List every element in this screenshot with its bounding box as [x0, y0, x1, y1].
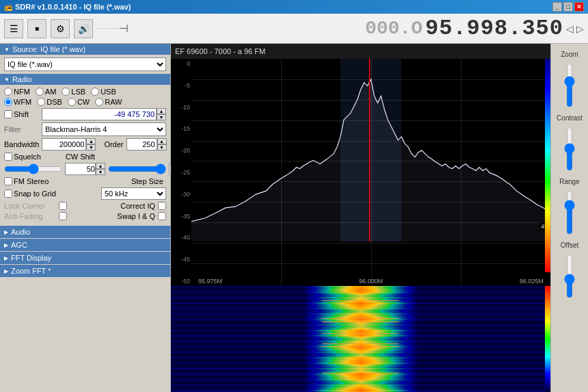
- shift-spin-up[interactable]: ▲: [157, 108, 166, 114]
- lock-carrier-label: Lock Carrier: [4, 202, 59, 210]
- freq-right-arrow[interactable]: ▷: [576, 23, 584, 34]
- mode-lsb[interactable]: LSB: [62, 88, 85, 96]
- freq-dim: 000.O: [365, 18, 423, 39]
- offset-slider[interactable]: [564, 254, 575, 298]
- mode-nfm[interactable]: NFM: [4, 88, 30, 96]
- shift-spin-down[interactable]: ▼: [157, 114, 166, 120]
- usb-radio[interactable]: [91, 88, 99, 96]
- zoom-slider[interactable]: [564, 63, 575, 107]
- fft-arrow-icon: ▶: [4, 255, 8, 261]
- x-axis-labels: 95.975M 96.000M 96.025M: [191, 278, 550, 285]
- anti-fading-label: Anti-Fading: [4, 212, 59, 220]
- source-label: Source: IQ file (*.wav): [12, 45, 85, 53]
- minimize-button[interactable]: _: [552, 2, 562, 12]
- offset-slider-wrap[interactable]: [564, 252, 575, 300]
- range-slider[interactable]: [564, 190, 575, 235]
- am-radio[interactable]: [36, 88, 44, 96]
- mode-dsb[interactable]: DSB: [37, 98, 62, 106]
- order-spin-up[interactable]: ▲: [157, 138, 167, 144]
- freq-main[interactable]: 95.998.350: [425, 16, 563, 41]
- color-scale-bar: [545, 59, 550, 272]
- squelch-spin-up[interactable]: ▲: [96, 163, 105, 169]
- step-size-label: Step Size: [131, 177, 163, 185]
- mode-wfm[interactable]: WFM: [4, 98, 31, 106]
- tick-marks: · · · · · · · · ·: [97, 25, 118, 32]
- settings-icon[interactable]: ⚙: [51, 19, 70, 38]
- snap-checkbox[interactable]: [4, 190, 12, 198]
- spectrum-area: EF 69600 - 7000 - a 96 FM 0 -5 -10 -15 -…: [171, 44, 550, 392]
- source-arrow-icon: ▼: [4, 47, 10, 53]
- range-slider-wrap[interactable]: [564, 188, 575, 236]
- freq-left-arrow[interactable]: ◁: [566, 23, 574, 34]
- snap-row: Snap to Grid 50 kHz 100 kHz 200 kHz: [4, 187, 166, 200]
- bandwidth-input[interactable]: [42, 138, 86, 151]
- swap-iq-checkbox[interactable]: [158, 212, 166, 220]
- fm-stereo-label[interactable]: FM Stereo: [4, 177, 49, 185]
- menu-icon[interactable]: ☰: [4, 19, 23, 38]
- squelch-spin-down[interactable]: ▼: [96, 169, 105, 175]
- order-spin-down[interactable]: ▼: [157, 144, 167, 151]
- lock-carrier-checkbox[interactable]: [59, 202, 67, 210]
- waterfall-display[interactable]: [171, 286, 550, 392]
- spectrum-canvas[interactable]: 0 -5 -10 -15 -20 -25 -30 -35 -40 -45 -50: [171, 59, 550, 286]
- fft-section[interactable]: ▶ FFT Display: [0, 252, 170, 264]
- maximize-button[interactable]: □: [563, 2, 573, 12]
- y-axis-labels: 0 -5 -10 -15 -20 -25 -30 -35 -40 -45 -50: [171, 59, 191, 286]
- snap-label[interactable]: Snap to Grid: [4, 190, 56, 198]
- source-header[interactable]: ▼ Source: IQ file (*.wav): [0, 44, 170, 55]
- wfm-radio[interactable]: [4, 98, 12, 106]
- anti-fading-checkbox[interactable]: [59, 212, 67, 220]
- y-label-25: -25: [172, 169, 190, 176]
- squelch-slider[interactable]: [4, 164, 62, 174]
- shift-checkbox[interactable]: [4, 110, 12, 118]
- fm-stereo-checkbox[interactable]: [4, 177, 12, 185]
- y-label-15: -15: [172, 125, 190, 132]
- slider-row: ▲ ▼ ▲ ▼: [4, 163, 166, 175]
- cw-radio[interactable]: [68, 98, 76, 106]
- mode-usb[interactable]: USB: [91, 88, 116, 96]
- snap-select[interactable]: 50 kHz 100 kHz 200 kHz: [101, 187, 166, 200]
- stop-icon[interactable]: ■: [27, 19, 46, 38]
- fm-stereo-text: FM Stereo: [14, 177, 49, 185]
- zoom-fft-section[interactable]: ▶ Zoom FFT *: [0, 265, 170, 277]
- raw-radio[interactable]: [95, 98, 103, 106]
- y-label-0: 0: [172, 60, 190, 67]
- radio-header[interactable]: ▼ Radio: [0, 74, 170, 85]
- order-input[interactable]: [126, 138, 157, 151]
- main-area: ▼ Source: IQ file (*.wav) IQ file (*.wav…: [0, 44, 588, 392]
- cw-shift-label: CW Shift: [66, 153, 95, 161]
- zoom-fft-arrow-icon: ▶: [4, 268, 8, 274]
- zoom-slider-wrap[interactable]: [564, 61, 575, 109]
- shift-input[interactable]: [42, 108, 157, 120]
- frequency-slider[interactable]: · · · · · · · · · ⊣: [97, 22, 129, 35]
- antifade-row: Anti-Fading Swap I & Q: [4, 212, 166, 220]
- fft-label: FFT Display: [11, 254, 51, 262]
- squelch-label[interactable]: Squelch: [4, 153, 41, 161]
- spectrum-fill: [191, 79, 550, 242]
- bw-spin-up[interactable]: ▲: [86, 138, 96, 144]
- bw-spin-down[interactable]: ▼: [86, 144, 96, 151]
- squelch-value[interactable]: [65, 163, 96, 175]
- lsb-radio[interactable]: [62, 88, 70, 96]
- correct-iq-checkbox[interactable]: [158, 202, 166, 210]
- contrast-slider[interactable]: [564, 127, 575, 171]
- dsb-radio[interactable]: [37, 98, 45, 106]
- x-label-left: 95.975M: [198, 278, 222, 285]
- right-controls-panel: Zoom Contrast Range Offset: [550, 44, 588, 392]
- mode-raw[interactable]: RAW: [95, 98, 122, 106]
- shift-checkbox-label[interactable]: Shift: [4, 110, 42, 118]
- source-select[interactable]: IQ file (*.wav) RTL-SDR AirSpy: [4, 57, 166, 71]
- cw-shift-slider[interactable]: [108, 164, 166, 174]
- contrast-slider-wrap[interactable]: [564, 125, 575, 172]
- filter-select[interactable]: Blackman-Harris 4 Hamming Hann: [42, 122, 166, 136]
- close-button[interactable]: ✕: [574, 2, 584, 12]
- audio-arrow-icon: ▶: [4, 229, 8, 235]
- squelch-checkbox[interactable]: [4, 153, 12, 161]
- mode-am[interactable]: AM: [36, 88, 57, 96]
- nfm-radio[interactable]: [4, 88, 12, 96]
- agc-section[interactable]: ▶ AGC: [0, 239, 170, 251]
- source-dropdown-wrap: IQ file (*.wav) RTL-SDR AirSpy: [4, 57, 166, 71]
- mode-cw[interactable]: CW: [68, 98, 90, 106]
- audio-icon[interactable]: 🔊: [74, 19, 93, 38]
- audio-section[interactable]: ▶ Audio: [0, 226, 170, 238]
